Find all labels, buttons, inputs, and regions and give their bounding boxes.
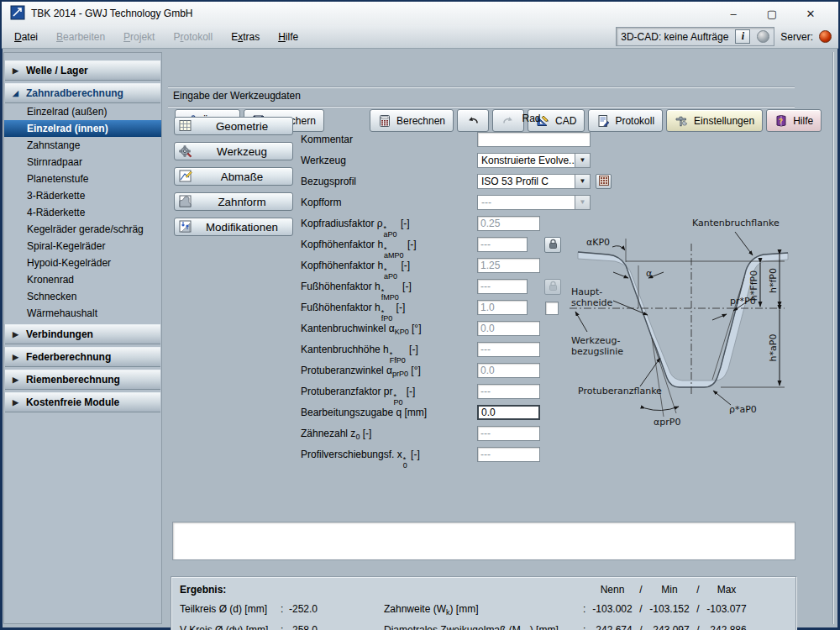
sidebar-item-1-9[interactable]: Hypoid-Kegelräder xyxy=(4,255,161,271)
menu-hilfe[interactable]: Hilfe xyxy=(269,28,307,46)
field-kopfhoehenfaktor-ap0[interactable] xyxy=(477,258,540,273)
bezugslinie-label-2: bezugslinie xyxy=(571,346,623,357)
result-label: Teilkreis Ø (d) [mm] xyxy=(180,603,267,615)
sidebar-item-1-6[interactable]: 4-Räderkette xyxy=(4,204,161,221)
chevron-down-icon: ▼ xyxy=(575,175,590,188)
maximize-button[interactable]: ▢ xyxy=(753,8,791,20)
result-value: -258.0 xyxy=(289,624,318,630)
menu-projekt[interactable]: Projekt xyxy=(114,28,164,46)
checkbox-fusshoehenfaktor-fp0[interactable] xyxy=(545,302,559,315)
sidebar-item-1-7[interactable]: Kegelräder gerade/schräg xyxy=(4,221,161,238)
field-protuberanzwinkel[interactable] xyxy=(477,363,540,378)
field-label-zaehnezahl: Zähnezahl z0 [-] xyxy=(301,426,371,442)
select-bezugsprofil[interactable]: ISO 53 Profil C▼ xyxy=(477,174,591,189)
tooth-form-button[interactable]: Zahnform xyxy=(174,192,293,211)
result-label: Zahnweite (Wk) [mm] xyxy=(384,603,479,617)
sidebar-section-1[interactable]: ◢Zahnradberechnung xyxy=(5,83,160,103)
app-body: ▶Welle / Lager◢ZahnradberechnungEinzelra… xyxy=(3,49,837,627)
info-button[interactable]: i xyxy=(735,29,750,44)
calculate-button[interactable]: Berechnen xyxy=(370,109,454,132)
cad-led-icon xyxy=(757,30,769,43)
gear-icon xyxy=(178,144,195,159)
alpha-kp0-label: αKP0 xyxy=(586,237,610,248)
sidebar-section-label: Federberechnung xyxy=(26,351,111,363)
sidebar-item-1-12[interactable]: Wärmehaushalt xyxy=(4,305,161,322)
field-kopfradiusfaktor-ap0[interactable] xyxy=(477,216,540,231)
field-label-profilverschiebungsf: Profilverschiebungsf. x*0 [-] xyxy=(301,447,420,463)
select-bezugsprofil-value: ISO 53 Profil C xyxy=(478,175,575,188)
select-werkzeug[interactable]: Konstruierte Evolve...▼ xyxy=(477,153,591,168)
h-ffp0-label: h*FfP0 xyxy=(748,270,759,301)
sidebar-item-1-0[interactable]: Einzelrad (außen) xyxy=(4,103,161,120)
close-button[interactable]: ✕ xyxy=(791,8,830,20)
bezugslinie-label-1: Werkzeug- xyxy=(571,335,620,346)
protocol-doc-icon xyxy=(596,114,610,128)
toolbar-group: BerechnenCADProtokollEinstellungen?Hilfe xyxy=(370,109,822,132)
menu-protokoll[interactable]: Protokoll xyxy=(164,28,222,46)
sidebar-section-0[interactable]: ▶Welle / Lager xyxy=(5,60,160,81)
sidebar-section-3[interactable]: ▶Federberechnung xyxy=(5,347,160,367)
lock-button-fusshoehenfaktor-fmp0[interactable] xyxy=(544,279,561,295)
tooth-form-button-label: Zahnform xyxy=(195,196,289,208)
field-label-kommentar: Kommentar xyxy=(301,132,353,148)
menu-bearbeiten[interactable]: Bearbeiten xyxy=(47,28,114,46)
minimize-button[interactable]: – xyxy=(714,8,753,20)
field-kantenbruchhoehe[interactable] xyxy=(477,342,540,357)
sidebar-item-1-3[interactable]: Stirnradpaar xyxy=(4,154,161,171)
tolerances-button-label: Abmaße xyxy=(195,171,289,183)
select-werkzeug-value: Konstruierte Evolve... xyxy=(478,154,575,167)
results-col-header: / xyxy=(637,584,645,596)
field-bearbeitungszugabe[interactable] xyxy=(477,405,540,420)
field-label-fusshoehenfaktor-fmp0: Fußhöhenfaktor h*fMP0 [-] xyxy=(301,279,412,295)
hauptschneide-label-1: Haupt- xyxy=(571,286,602,297)
field-kommentar[interactable] xyxy=(477,132,591,147)
field-zaehnezahl[interactable] xyxy=(477,426,540,441)
field-profilverschiebungsf[interactable] xyxy=(477,447,540,462)
menu-extras[interactable]: Extras xyxy=(222,28,269,46)
result-value: -242.674 xyxy=(590,624,635,630)
triangle-collapsed-icon: ▶ xyxy=(13,398,18,407)
field-fusshoehenfaktor-fmp0[interactable] xyxy=(477,279,528,294)
sidebar-section-4[interactable]: ▶Riemenberechnung xyxy=(5,370,160,390)
triangle-collapsed-icon: ▶ xyxy=(13,353,18,361)
modifications-button[interactable]: Modifikationen xyxy=(174,218,293,236)
sidebar-section-2[interactable]: ▶Verbindungen xyxy=(5,324,160,344)
svg-text:?: ? xyxy=(779,117,783,125)
sidebar-item-1-1[interactable]: Einzelrad (innen) xyxy=(4,120,161,137)
profile-editor-button[interactable] xyxy=(596,174,612,189)
lock-button-kopfhoehenfaktor-amp0[interactable] xyxy=(544,237,561,253)
menu-datei[interactable]: Datei xyxy=(5,28,47,46)
settings-tools-icon xyxy=(675,114,689,128)
help-button[interactable]: ?Hilfe xyxy=(766,109,822,132)
server-label: Server: xyxy=(780,31,813,43)
settings-button[interactable]: Einstellungen xyxy=(666,109,763,132)
select-kopfform[interactable]: ---▼ xyxy=(477,195,591,210)
results-title: Ergebnis: xyxy=(180,584,226,596)
sidebar-section-label: Verbindungen xyxy=(26,328,93,340)
sidebar-section-5[interactable]: ▶Kostenfreie Module xyxy=(5,392,160,412)
tolerances-button[interactable]: Abmaße xyxy=(174,167,293,186)
sidebar-item-1-5[interactable]: 3-Räderkette xyxy=(4,187,161,204)
profile-editor-icon xyxy=(599,176,609,188)
lock-icon xyxy=(549,239,558,252)
message-area[interactable] xyxy=(172,522,795,560)
sidebar-item-1-8[interactable]: Spiral-Kegelräder xyxy=(4,238,161,255)
sidebar-item-1-10[interactable]: Kronenrad xyxy=(4,271,161,288)
field-label-kantenbruchhoehe: Kantenbruchhöhe h*FfP0 [-] xyxy=(301,342,418,358)
sidebar-item-1-2[interactable]: Zahnstange xyxy=(4,137,161,154)
field-kantenbruchwinkel[interactable] xyxy=(477,321,540,336)
field-protuberanzfaktor[interactable] xyxy=(477,384,540,399)
help-button-label: Hilfe xyxy=(793,115,813,127)
result-value: -103.077 xyxy=(704,603,749,615)
tool-profile-diagram: αKP0 Kantenbruchflanke α Haupt- schneide… xyxy=(564,213,825,428)
sidebar-item-1-11[interactable]: Schnecken xyxy=(4,288,161,305)
tool-button[interactable]: Werkzeug xyxy=(174,142,293,160)
sidebar-item-1-4[interactable]: Planetenstufe xyxy=(4,171,161,187)
field-fusshoehenfaktor-fp0[interactable] xyxy=(477,300,528,315)
field-kopfhoehenfaktor-amp0[interactable] xyxy=(477,237,528,252)
field-label-protuberanzwinkel: Protuberanzwinkel αprP0 [°] xyxy=(301,363,421,379)
geometry-button[interactable]: Geometrie xyxy=(174,117,293,135)
menu-items: DateiBearbeitenProjektProtokollExtrasHil… xyxy=(5,28,307,46)
result-value: / xyxy=(694,603,702,615)
protocol-button[interactable]: Protokoll xyxy=(588,109,663,132)
